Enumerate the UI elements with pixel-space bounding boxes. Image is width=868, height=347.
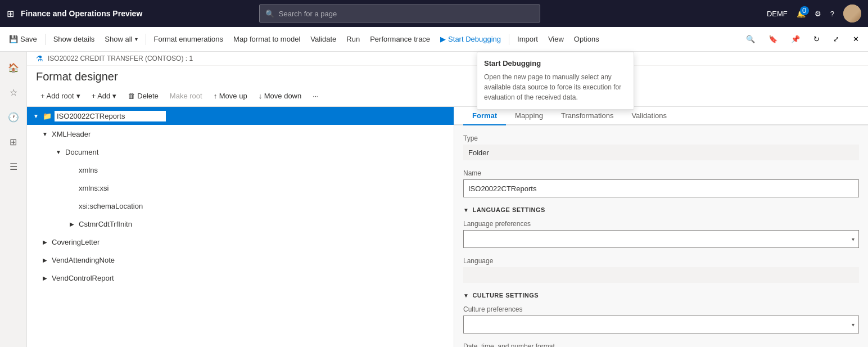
run-button[interactable]: Run: [342, 31, 364, 47]
xmlheader-label: XMLHeader: [52, 130, 91, 138]
delete-icon: 🗑: [128, 92, 135, 100]
breadcrumb: ISO20022 CREDIT TRANSFER (CONTOSO) : 1: [48, 55, 193, 62]
language-settings-chevron[interactable]: ▼: [463, 207, 469, 213]
filter-icon[interactable]: ⚗: [36, 54, 43, 63]
separator-3: [509, 34, 509, 45]
culture-preferences-label: Culture preferences: [463, 305, 859, 313]
date-format-row: Date, time, and number format: [463, 343, 859, 347]
root-icon: 📁: [43, 112, 52, 120]
separator-2: [146, 34, 146, 45]
start-debugging-button[interactable]: ▶ Start Debugging: [436, 31, 505, 47]
settings-icon[interactable]: ⚙: [815, 10, 821, 18]
tree-chevron-covering[interactable]: ▶: [40, 237, 49, 246]
help-icon[interactable]: ?: [830, 10, 834, 18]
tree-item-document[interactable]: ▼ Document: [27, 143, 454, 161]
add-root-button[interactable]: + Add root ▾: [36, 89, 85, 103]
name-label: Name: [463, 169, 859, 177]
performance-trace-button[interactable]: Performance trace: [365, 31, 435, 47]
vend-attending-label: VendAttendingNote: [52, 256, 115, 264]
notification-bell[interactable]: 🔔 0: [797, 10, 806, 18]
tree-item-covering[interactable]: ▶ CoveringLetter: [27, 233, 454, 251]
tree-item-xmlns-xsi[interactable]: xmlns:xsi: [27, 179, 454, 197]
search-button[interactable]: 🔍: [742, 33, 760, 46]
tree-item-xmlheader[interactable]: ▼ XMLHeader: [27, 125, 454, 143]
nav-list-icon[interactable]: ☰: [2, 155, 25, 178]
user-name: DEMF: [767, 10, 788, 18]
tree-chevron-xmlheader: ▼: [40, 129, 49, 138]
view-button[interactable]: View: [544, 31, 568, 47]
culture-settings-label: CULTURE SETTINGS: [472, 292, 539, 299]
culture-preferences-select[interactable]: [463, 316, 859, 334]
move-up-button[interactable]: ↑ Move up: [209, 89, 252, 103]
action-bar: + Add root ▾ + Add ▾ 🗑 Delete Make root …: [27, 85, 868, 107]
move-down-button[interactable]: ↓ Move down: [254, 89, 306, 103]
language-settings-section: ▼ LANGUAGE SETTINGS: [463, 206, 859, 213]
tree-chevron-vend-control[interactable]: ▶: [40, 273, 49, 282]
tree-chevron-document: ▼: [54, 147, 63, 156]
name-input[interactable]: [463, 179, 859, 197]
language-preferences-row: Language preferences ▾: [463, 220, 859, 248]
refresh-icon[interactable]: ↻: [809, 33, 824, 46]
bookmark-icon[interactable]: 🔖: [764, 33, 782, 46]
tooltip-body: Open the new page to manually select any…: [484, 72, 627, 102]
avatar-image: [843, 4, 861, 22]
language-value: [463, 267, 859, 283]
start-debugging-tooltip: Start Debugging Open the new page to man…: [477, 52, 634, 110]
nav-home-icon[interactable]: 🏠: [2, 56, 25, 79]
show-details-button[interactable]: Show details: [49, 31, 100, 47]
tree-chevron-vend-attending[interactable]: ▶: [40, 255, 49, 264]
nav-recent-icon[interactable]: 🕐: [2, 106, 25, 128]
search-bar[interactable]: 🔍 Search for a page: [259, 4, 540, 22]
add-button[interactable]: + Add ▾: [87, 89, 121, 103]
tree-item-xmlns[interactable]: xmlns: [27, 161, 454, 179]
add-root-chevron-icon: ▾: [76, 92, 80, 100]
tree-chevron-root: ▼: [31, 111, 40, 120]
language-label: Language: [463, 257, 859, 265]
xmlns-label: xmlns: [79, 166, 98, 174]
show-all-chevron-icon: ▾: [135, 36, 138, 42]
close-icon[interactable]: ✕: [848, 33, 864, 46]
culture-settings-section: ▼ CULTURE SETTINGS: [463, 292, 859, 299]
covering-label: CoveringLetter: [52, 238, 100, 246]
vend-control-label: VendControlReport: [52, 274, 114, 282]
tree-item-vend-control[interactable]: ▶ VendControlReport: [27, 269, 454, 287]
grid-icon[interactable]: ⊞: [7, 8, 14, 19]
tree-item-xsi-schema[interactable]: xsi:schemaLocation: [27, 197, 454, 215]
format-enumerations-button[interactable]: Format enumerations: [150, 31, 228, 47]
nav-favorites-icon[interactable]: ☆: [2, 81, 25, 103]
map-format-button[interactable]: Map format to model: [229, 31, 305, 47]
language-preferences-select[interactable]: [463, 230, 859, 248]
culture-settings-chevron[interactable]: ▼: [463, 292, 469, 299]
split-view: ▼ 📁 ▼ XMLHeader ▼ Document xmlns: [27, 107, 868, 347]
toolbar-right: 🔍 🔖 📌 ↻ ⤢ ✕: [742, 33, 864, 46]
page-content: ⚗ ISO20022 CREDIT TRANSFER (CONTOSO) : 1…: [27, 52, 868, 347]
tree-item-root-input[interactable]: [54, 110, 166, 122]
main-toolbar: 💾 Save Show details Show all ▾ Format en…: [0, 27, 868, 52]
xmlns-xsi-label: xmlns:xsi: [79, 184, 108, 192]
pin-icon[interactable]: 📌: [786, 33, 804, 46]
main-content: 🏠 ☆ 🕐 ⊞ ☰ ⚗ ISO20022 CREDIT TRANSFER (CO…: [0, 52, 868, 347]
breadcrumb-row: ⚗ ISO20022 CREDIT TRANSFER (CONTOSO) : 1: [27, 52, 868, 66]
validate-button[interactable]: Validate: [306, 31, 341, 47]
delete-button[interactable]: 🗑 Delete: [123, 89, 163, 103]
save-button[interactable]: 💾 Save: [4, 31, 42, 47]
tree-panel: ▼ 📁 ▼ XMLHeader ▼ Document xmlns: [27, 107, 454, 347]
fullscreen-icon[interactable]: ⤢: [829, 33, 844, 46]
nav-workspace-icon[interactable]: ⊞: [2, 130, 25, 153]
make-root-button: Make root: [165, 89, 207, 103]
separator-1: [45, 34, 46, 45]
name-row: Name: [463, 169, 859, 197]
more-button[interactable]: ···: [308, 89, 323, 103]
import-button[interactable]: Import: [513, 31, 542, 47]
save-icon: 💾: [9, 35, 18, 43]
tree-chevron-cstmr[interactable]: ▶: [67, 219, 76, 228]
cstmr-label: CstmrCdtTrfInitn: [79, 220, 132, 228]
cstmr-row: ▶ CstmrCdtTrfInitn: [27, 215, 454, 233]
user-avatar[interactable]: [843, 4, 861, 22]
options-button[interactable]: Options: [569, 31, 604, 47]
tree-item-root[interactable]: ▼ 📁: [27, 107, 454, 125]
culture-preferences-row: Culture preferences ▾: [463, 305, 859, 334]
tree-item-vend-attending[interactable]: ▶ VendAttendingNote: [27, 251, 454, 269]
show-all-button[interactable]: Show all ▾: [100, 31, 142, 47]
tree-item-cstmr[interactable]: ▶ CstmrCdtTrfInitn: [27, 215, 451, 233]
